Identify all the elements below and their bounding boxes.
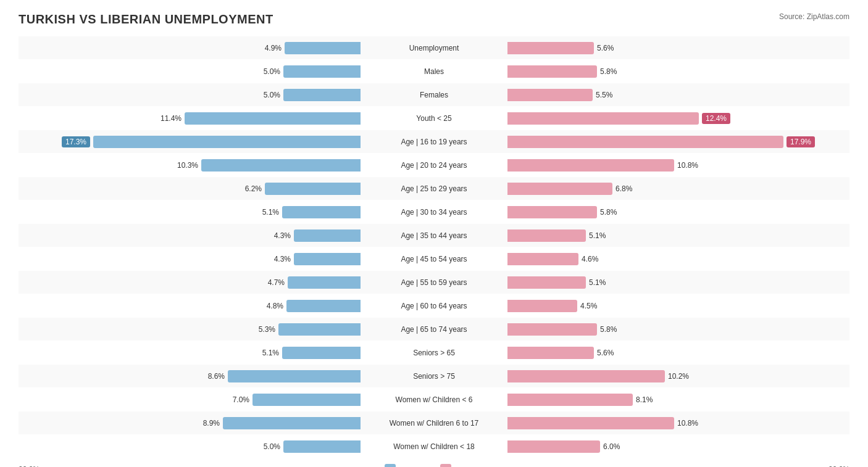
left-section: 17.3% xyxy=(19,136,363,148)
right-value: 6.0% xyxy=(603,442,620,451)
chart-row: 5.0%Women w/ Children < 186.0% xyxy=(19,435,849,458)
right-section: 8.1% xyxy=(505,394,849,406)
bar-blue xyxy=(201,159,361,172)
row-label: Age | 65 to 74 years xyxy=(363,325,505,334)
left-value: 4.7% xyxy=(268,278,285,287)
left-section: 8.9% xyxy=(19,417,363,429)
right-value: 5.1% xyxy=(589,278,606,287)
bar-pink xyxy=(507,42,594,54)
chart-row: 5.3%Age | 65 to 74 years5.8% xyxy=(19,318,849,341)
left-section: 4.3% xyxy=(19,253,363,265)
row-label: Age | 20 to 24 years xyxy=(363,161,505,170)
left-value: 4.9% xyxy=(265,44,282,52)
row-label: Age | 60 to 64 years xyxy=(363,302,505,310)
bar-blue xyxy=(294,253,361,265)
right-section: 17.9% xyxy=(505,136,849,148)
bar-blue xyxy=(282,347,361,359)
left-section: 5.0% xyxy=(19,89,363,101)
row-label: Age | 30 to 34 years xyxy=(363,208,505,217)
left-value: 6.2% xyxy=(245,184,262,193)
bar-blue xyxy=(283,89,361,101)
left-section: 4.3% xyxy=(19,229,363,242)
right-section: 5.8% xyxy=(505,206,849,218)
right-section: 4.6% xyxy=(505,253,849,265)
legend-label-turkish: Turkish xyxy=(399,465,425,468)
chart-row: 11.4%Youth < 2512.4% xyxy=(19,107,849,130)
right-value: 4.6% xyxy=(582,255,598,263)
row-label: Age | 16 to 19 years xyxy=(363,138,505,146)
right-section: 12.4% xyxy=(505,112,849,125)
bar-pink xyxy=(507,89,593,101)
bar-pink xyxy=(507,323,597,336)
right-section: 5.1% xyxy=(505,276,849,289)
right-value: 5.5% xyxy=(596,91,612,99)
right-section: 5.8% xyxy=(505,65,849,78)
bar-pink xyxy=(507,347,594,359)
left-value: 5.0% xyxy=(264,67,280,76)
left-section: 7.0% xyxy=(19,394,363,406)
row-label: Women w/ Children < 6 xyxy=(363,395,505,404)
chart-header: TURKISH VS LIBERIAN UNEMPLOYMENT Source:… xyxy=(19,12,849,27)
right-section: 5.6% xyxy=(505,42,849,54)
bar-blue xyxy=(228,370,361,382)
right-value: 10.8% xyxy=(677,161,698,170)
left-section: 10.3% xyxy=(19,159,363,172)
chart-row: 10.3%Age | 20 to 24 years10.8% xyxy=(19,154,849,176)
right-section: 6.0% xyxy=(505,440,849,453)
left-section: 5.1% xyxy=(19,206,363,218)
legend-item-liberian: Liberian xyxy=(440,464,483,467)
row-label: Females xyxy=(363,91,505,99)
chart-row: 6.2%Age | 25 to 29 years6.8% xyxy=(19,177,849,200)
chart-footer: 20.0% Turkish Liberian 20.0% xyxy=(19,464,849,467)
bar-blue xyxy=(265,183,361,195)
left-value: 5.0% xyxy=(264,91,280,99)
chart-row: 5.0%Males5.8% xyxy=(19,60,849,83)
bar-blue xyxy=(282,206,361,218)
bar-blue xyxy=(283,65,361,78)
bar-pink xyxy=(507,136,783,148)
row-label: Age | 25 to 29 years xyxy=(363,184,505,193)
right-value: 10.2% xyxy=(668,372,689,381)
row-label: Age | 55 to 59 years xyxy=(363,278,505,287)
chart-row: 4.8%Age | 60 to 64 years4.5% xyxy=(19,294,849,317)
bar-pink xyxy=(507,183,612,195)
right-section: 10.8% xyxy=(505,159,849,172)
row-label: Unemployment xyxy=(363,44,505,52)
left-value: 8.9% xyxy=(203,419,220,428)
legend-item-turkish: Turkish xyxy=(385,464,425,467)
right-section: 5.6% xyxy=(505,347,849,359)
row-label: Seniors > 75 xyxy=(363,372,505,381)
bar-blue xyxy=(278,323,361,336)
chart-row: 8.9%Women w/ Children 6 to 1710.8% xyxy=(19,411,849,434)
left-value: 4.3% xyxy=(274,231,291,240)
left-value: 10.3% xyxy=(177,161,198,170)
chart-row: 5.1%Seniors > 655.6% xyxy=(19,341,849,364)
bar-blue xyxy=(286,300,361,312)
right-section: 4.5% xyxy=(505,300,849,312)
chart-row: 17.3%Age | 16 to 19 years17.9% xyxy=(19,130,849,153)
left-value: 4.8% xyxy=(267,302,283,310)
bar-blue xyxy=(288,276,361,289)
left-value: 8.6% xyxy=(208,372,225,381)
chart-title: TURKISH VS LIBERIAN UNEMPLOYMENT xyxy=(19,12,273,27)
bar-pink xyxy=(507,112,699,125)
legend: Turkish Liberian xyxy=(385,464,483,467)
left-value: 5.3% xyxy=(259,325,275,334)
chart-row: 4.3%Age | 45 to 54 years4.6% xyxy=(19,247,849,270)
left-value: 4.3% xyxy=(274,255,291,263)
right-value: 4.5% xyxy=(580,302,597,310)
right-value: 5.8% xyxy=(600,208,617,217)
right-section: 5.1% xyxy=(505,229,849,242)
row-label: Women w/ Children < 18 xyxy=(363,442,505,451)
bar-pink xyxy=(507,440,600,453)
left-value: 11.4% xyxy=(161,114,182,123)
legend-swatch-liberian xyxy=(440,464,451,467)
chart-container: TURKISH VS LIBERIAN UNEMPLOYMENT Source:… xyxy=(19,12,849,467)
left-value: 5.1% xyxy=(262,208,279,217)
chart-row: 4.7%Age | 55 to 59 years5.1% xyxy=(19,271,849,294)
bar-pink xyxy=(507,65,597,78)
row-label: Youth < 25 xyxy=(363,114,505,123)
left-section: 6.2% xyxy=(19,183,363,195)
right-section: 10.8% xyxy=(505,417,849,429)
right-value: 5.6% xyxy=(597,44,614,52)
